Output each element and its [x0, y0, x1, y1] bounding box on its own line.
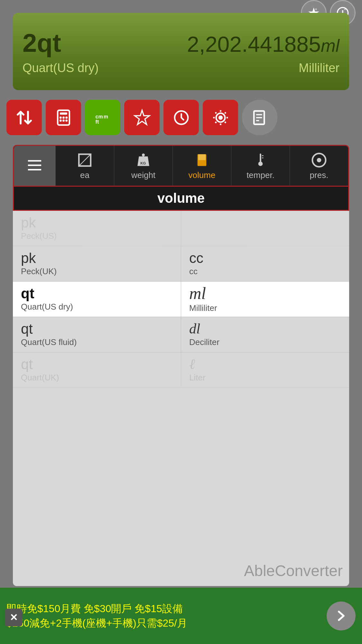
- tab-volume[interactable]: volume: [173, 146, 231, 186]
- tab-weight-label: weight: [131, 170, 155, 180]
- unit-name-cc: cc: [189, 266, 341, 276]
- unit-abbr-quart-us-fluid: qt: [21, 322, 173, 336]
- swap-button[interactable]: [6, 100, 42, 135]
- tab-pressure-label: pres.: [310, 170, 329, 180]
- close-ad-button[interactable]: ✕: [5, 609, 23, 626]
- unit-abbr-quart-uk: qt: [21, 357, 173, 371]
- from-unit-label: Quart(US dry): [23, 61, 98, 75]
- svg-text:KG: KG: [140, 161, 146, 165]
- unit-row-quart-us-fluid[interactable]: qt Quart(US fluid) dl Deciliter: [13, 317, 349, 352]
- unit-convert-button[interactable]: cm ft m: [85, 100, 120, 135]
- unit-abbr-milliliter: ml: [189, 285, 341, 302]
- tab-volume-label: volume: [189, 170, 216, 180]
- volume-header: volume: [13, 187, 349, 211]
- tab-temperature-label: temper.: [246, 170, 274, 180]
- unit-name-peck-uk: Peck(UK): [21, 266, 173, 276]
- svg-line-25: [79, 154, 91, 166]
- app-name: AbleConverter: [244, 562, 343, 580]
- tab-all[interactable]: [14, 146, 56, 186]
- settings-button[interactable]: [203, 100, 238, 135]
- svg-text:+: +: [315, 7, 317, 12]
- unit-cell-milliliter[interactable]: ml Milliliter: [181, 282, 349, 317]
- svg-point-34: [317, 158, 321, 163]
- output-unit-abbr: ml: [321, 36, 339, 56]
- svg-text:m: m: [103, 113, 108, 119]
- input-value: 2qt: [23, 28, 61, 58]
- svg-point-9: [62, 119, 65, 122]
- to-unit-label: Milliliter: [299, 61, 339, 75]
- unit-cell-peck-us[interactable]: pk Peck(US): [13, 211, 181, 246]
- unit-name-milliliter: Milliliter: [189, 303, 341, 313]
- unit-abbr-deciliter: dl: [189, 322, 341, 336]
- svg-text:ft: ft: [95, 118, 99, 124]
- unit-abbr-peck-uk: pk: [21, 251, 173, 265]
- unit-cell-liter[interactable]: ℓ Liter: [181, 352, 349, 387]
- display-panel: 2qt 2,202.441885ml Quart(US dry) Millili…: [13, 13, 349, 90]
- unit-cell-quart-uk[interactable]: qt Quart(UK): [13, 352, 181, 387]
- unit-cell-quart-us-dry[interactable]: qt Quart(US dry): [13, 282, 181, 317]
- unit-row-quart-uk[interactable]: qt Quart(UK) ℓ Liter: [13, 352, 349, 388]
- category-tabs: ea KG weight volume temper. pres.: [13, 145, 349, 187]
- units-list: pk Peck(US) pk Peck(UK) cc cc qt Quart(U…: [13, 211, 349, 586]
- svg-rect-29: [260, 154, 261, 163]
- svg-point-7: [65, 117, 68, 119]
- svg-point-10: [65, 119, 68, 122]
- svg-point-5: [59, 117, 61, 119]
- svg-rect-28: [198, 154, 206, 160]
- unit-name-liter: Liter: [189, 373, 341, 383]
- ad-arrow-button[interactable]: [327, 602, 356, 630]
- output-number: 2,202.441885: [187, 32, 321, 56]
- unit-name-deciliter: Deciliter: [189, 337, 341, 347]
- history-button[interactable]: [163, 100, 199, 135]
- output-value: 2,202.441885ml: [187, 32, 339, 57]
- unit-name-quart-us-dry: Quart(US dry): [21, 302, 173, 312]
- tab-temperature[interactable]: temper.: [231, 146, 290, 186]
- tab-weight[interactable]: KG weight: [114, 146, 173, 186]
- svg-point-8: [59, 119, 61, 122]
- unit-name-quart-uk: Quart(UK): [21, 373, 173, 383]
- unit-cell-peck-uk[interactable]: pk Peck(UK): [13, 246, 181, 281]
- favorites-button[interactable]: [124, 100, 160, 135]
- unit-abbr-quart-us-dry: qt: [21, 286, 173, 301]
- svg-point-30: [258, 162, 263, 166]
- svg-point-15: [218, 115, 223, 120]
- unit-row-peck-us[interactable]: pk Peck(US): [13, 211, 349, 246]
- svg-point-6: [62, 117, 65, 119]
- calculator-button[interactable]: [46, 100, 81, 135]
- unit-abbr-cc: cc: [189, 251, 341, 265]
- svg-rect-4: [60, 112, 67, 115]
- unit-row-peck-uk[interactable]: pk Peck(UK) cc cc: [13, 246, 349, 282]
- unit-cell-empty: [181, 211, 349, 246]
- unit-cell-deciliter[interactable]: dl Deciliter: [181, 317, 349, 352]
- unit-row-quart-us-dry[interactable]: qt Quart(US dry) ml Milliliter: [13, 282, 349, 317]
- unit-cell-quart-us-fluid[interactable]: qt Quart(US fluid): [13, 317, 181, 352]
- ad-text[interactable]: 即時免$150月費 免$30開戶 免$15設備 $150減免+2手機(座機+手機…: [6, 602, 320, 630]
- unit-abbr-peck-us: pk: [21, 216, 173, 230]
- unit-name-peck-us: Peck(US): [21, 231, 173, 241]
- tab-area[interactable]: ea: [56, 146, 114, 186]
- svg-text:+: +: [344, 7, 346, 12]
- tab-pressure[interactable]: pres.: [290, 146, 348, 186]
- unit-abbr-liter: ℓ: [189, 357, 341, 371]
- unit-name-quart-us-fluid: Quart(US fluid): [21, 337, 173, 347]
- ad-banner: 即時免$150月費 免$30開戶 免$15設備 $150減免+2手機(座機+手機…: [0, 588, 362, 644]
- tab-area-label: ea: [80, 170, 89, 180]
- toolbar: cm ft m: [6, 100, 356, 135]
- notepad-button[interactable]: [242, 100, 277, 135]
- volume-header-text: volume: [157, 191, 205, 206]
- unit-cell-cc[interactable]: cc cc: [181, 246, 349, 281]
